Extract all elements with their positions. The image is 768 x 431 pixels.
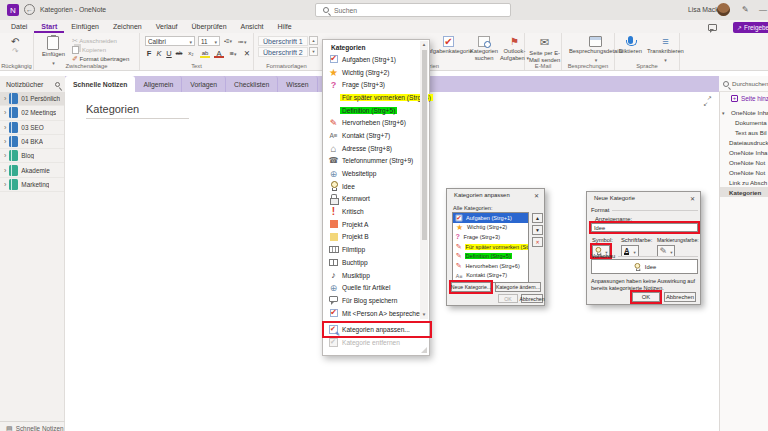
all-tags-listbox[interactable]: Aufgaben (Strg+1) Wichtig (Strg+2) Frage… <box>452 212 529 283</box>
heading2-style-button[interactable]: Überschrift 2 <box>258 47 308 57</box>
paste-button[interactable]: Einfügen <box>42 36 65 66</box>
notebook-marketing[interactable]: Marketing <box>0 178 64 192</box>
email-page-button[interactable]: Seite per E-Mail senden <box>529 36 560 63</box>
avatar[interactable] <box>717 3 730 16</box>
tag-item-frage[interactable]: Frage (Strg+3) <box>324 78 420 91</box>
list-item-frage[interactable]: Frage (Strg+3) <box>453 232 528 242</box>
tab-checklisten[interactable]: Checklisten <box>226 76 278 92</box>
scrollbar-thumb[interactable] <box>422 50 427 240</box>
cancel-button[interactable]: Abbrechen <box>664 292 696 302</box>
tag-item-aufgaben[interactable]: Aufgaben (Strg+1) <box>324 53 420 66</box>
redo-icon[interactable] <box>12 47 19 56</box>
pin-icon[interactable] <box>55 82 60 87</box>
new-tag-button[interactable]: Neue Kategorie... <box>451 282 491 292</box>
tag-item-definition[interactable]: Definition (Strg+5) <box>324 104 420 117</box>
underline-button[interactable]: U <box>164 48 174 58</box>
add-page-button[interactable]: Seite hinzufügen <box>720 92 768 105</box>
tag-item-buchtipp[interactable]: Buchtipp <box>324 256 420 269</box>
tag-item-telefonnummer[interactable]: Telefonnummer (Strg+9) <box>324 155 420 168</box>
page-item-kategorien[interactable]: Kategorien <box>720 187 768 197</box>
menu-start[interactable]: Start <box>34 20 64 33</box>
page-item[interactable]: Dateiausdruck <box>720 137 768 147</box>
copy-button[interactable]: Kopieren <box>72 46 106 54</box>
find-tags-button[interactable]: Kategoriensuchen <box>470 36 498 61</box>
list-item-aufgaben[interactable]: Aufgaben (Strg+1) <box>453 213 528 223</box>
comment-icon[interactable] <box>708 24 717 31</box>
notebook-akademie[interactable]: Akademie <box>0 163 64 177</box>
tag-item-spaeter[interactable]: Für später vormerken (Strg+4) <box>324 91 420 104</box>
menu-verlauf[interactable]: Verlauf <box>149 20 185 33</box>
list-item-spaeter[interactable]: Für später vormerken (Strg+4) <box>453 242 528 252</box>
heading1-style-button[interactable]: Überschrift 1 <box>258 36 308 46</box>
menu-ansicht[interactable]: Ansicht <box>234 20 271 33</box>
tag-item-besprechen[interactable]: Mit <Person A> besprechen <box>324 307 420 320</box>
chevron-right-icon[interactable] <box>4 138 6 145</box>
back-icon[interactable] <box>24 4 35 15</box>
tag-item-quelle[interactable]: Quelle für Artikel <box>324 281 420 294</box>
subscript-button[interactable]: x₂ <box>186 48 196 58</box>
page-item[interactable]: OneNote Not <box>720 157 768 167</box>
ok-button[interactable]: OK <box>498 294 518 303</box>
font-color-button[interactable]: A <box>214 48 224 58</box>
tab-schnelle-notizen[interactable]: Schnelle Notizen <box>65 76 135 92</box>
scroll-down-icon[interactable]: ▼ <box>420 311 428 319</box>
menu-hilfe[interactable]: Hilfe <box>271 20 299 33</box>
remove-tag-menu-item[interactable]: Kategorie entfernen <box>324 336 430 349</box>
tag-item-kritisch[interactable]: Kritisch <box>324 205 420 218</box>
move-up-icon[interactable]: ▲ <box>532 213 543 223</box>
tag-item-websitetipp[interactable]: Websitetipp <box>324 167 420 180</box>
tag-item-wichtig[interactable]: Wichtig (Strg+2) <box>324 66 420 79</box>
page-item[interactable]: Link zu Absch <box>720 177 768 187</box>
tag-item-projekt-b[interactable]: Projekt B <box>324 231 420 244</box>
strikethrough-button[interactable]: ab <box>174 48 184 58</box>
dictate-button[interactable]: Diktieren <box>619 36 642 55</box>
tag-item-kontakt[interactable]: Kontakt (Strg+7) <box>324 129 420 142</box>
customize-tags-menu-item[interactable]: Kategorien anpassen... <box>324 323 430 336</box>
format-painter-button[interactable]: Format übertragen <box>72 55 129 63</box>
scrollbar[interactable]: ▲ ▼ <box>420 41 428 319</box>
tag-item-adresse[interactable]: Adresse (Strg+8) <box>324 142 420 155</box>
list-item-definition[interactable]: Definition (Strg+5) <box>453 251 528 261</box>
cut-button[interactable]: Ausschneiden <box>72 37 117 45</box>
tab-wissen[interactable]: Wissen <box>278 76 317 92</box>
tag-item-projekt-a[interactable]: Projekt A <box>324 218 420 231</box>
chevron-right-icon[interactable] <box>4 167 6 174</box>
page-item[interactable]: OneNote Inha <box>720 107 768 117</box>
styles-up-icon[interactable]: ▲ <box>309 36 318 45</box>
tag-item-blog[interactable]: Für Blog speichern <box>324 294 420 307</box>
task-tag-button[interactable]: Aufgabenkategorie <box>424 36 473 55</box>
tag-item-kennwort[interactable]: Kennwort <box>324 193 420 206</box>
numbered-list-icon[interactable]: ≔ <box>238 38 247 45</box>
clear-formatting-icon[interactable]: ✕ <box>242 48 252 58</box>
notebook-03-seo[interactable]: 03 SEO <box>0 121 64 135</box>
page-search-input[interactable]: Durchsuchen (Strg <box>719 76 768 92</box>
tag-item-idee[interactable]: Idee <box>324 180 420 193</box>
notebook-02-meetings[interactable]: 02 Meetings <box>0 106 64 120</box>
ok-button[interactable]: OK <box>632 292 660 302</box>
notebook-blog[interactable]: Blog <box>0 149 64 163</box>
close-icon[interactable] <box>534 192 539 199</box>
chevron-right-icon[interactable] <box>4 109 6 116</box>
chevron-right-icon[interactable] <box>4 95 6 102</box>
list-item-kontakt[interactable]: Kontakt (Strg+7) <box>453 271 528 281</box>
page-item[interactable]: OneNote Not <box>720 167 768 177</box>
tab-vorlagen[interactable]: Vorlagen <box>182 76 226 92</box>
list-item-hervorheben[interactable]: Hervorheben (Strg+6) <box>453 261 528 271</box>
page-item[interactable]: OneNote Inha <box>720 147 768 157</box>
modify-tag-button[interactable]: Kategorie ändern... <box>495 282 541 292</box>
notebook-04-bka[interactable]: 04 BKA <box>0 135 64 149</box>
tab-allgemein[interactable]: Allgemein <box>135 76 182 92</box>
list-item-wichtig[interactable]: Wichtig (Strg+2) <box>453 223 528 233</box>
highlight-color-button[interactable]: ab <box>200 48 210 58</box>
move-down-icon[interactable]: ▼ <box>532 225 543 235</box>
font-name-select[interactable]: Calibri <box>145 36 195 46</box>
menu-ueberpruefen[interactable]: Überprüfen <box>185 20 234 33</box>
undo-icon[interactable] <box>11 36 19 47</box>
close-icon[interactable] <box>690 195 695 202</box>
minimize-icon[interactable] <box>759 5 767 14</box>
notebook-01-persoenlich[interactable]: 01 Persönlich <box>0 92 64 106</box>
font-size-select[interactable]: 11 <box>198 36 220 46</box>
chevron-right-icon[interactable] <box>4 152 6 159</box>
paragraph-align-icon[interactable]: ≡ <box>228 48 238 58</box>
share-button[interactable]: Freigeben <box>733 22 768 33</box>
